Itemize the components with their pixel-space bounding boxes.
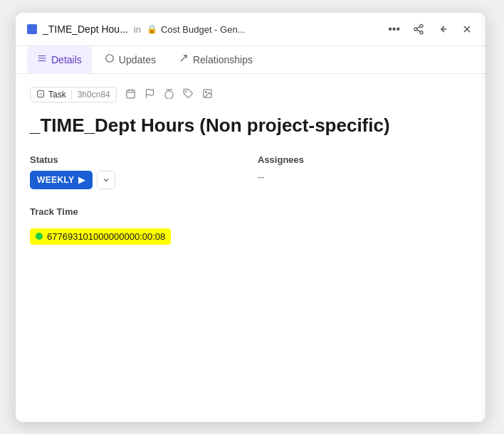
- panel-content: Task 3h0cn84: [16, 74, 485, 422]
- panel-title: _TIME_Dept Hou...: [43, 23, 128, 35]
- collapse-button[interactable]: [436, 22, 450, 36]
- lock-icon: 🔒: [147, 24, 157, 34]
- svg-point-21: [205, 91, 206, 92]
- svg-line-4: [417, 26, 421, 28]
- svg-point-11: [106, 55, 114, 63]
- svg-point-19: [185, 91, 186, 92]
- track-time-active-dot: [36, 233, 43, 240]
- svg-line-3: [417, 30, 421, 32]
- task-checkbox-icon: [36, 90, 45, 100]
- assignees-field-label: Assignees: [258, 154, 471, 165]
- svg-point-0: [420, 24, 423, 27]
- tabs-row: Details Updates Relationships: [16, 46, 485, 74]
- status-arrow-icon: ▶: [78, 175, 85, 185]
- status-field: Status WEEKLY ▶: [30, 154, 243, 189]
- header-actions: •••: [387, 21, 474, 37]
- timer-icon[interactable]: [164, 88, 174, 101]
- panel-container: _TIME_Dept Hou... in 🔒 Cost Budget - Gen…: [16, 13, 485, 422]
- flag-icon[interactable]: [145, 88, 155, 101]
- svg-point-2: [420, 31, 423, 34]
- task-type-badge: Task 3h0cn84: [30, 87, 117, 102]
- in-label: in: [134, 24, 141, 35]
- status-button[interactable]: WEEKLY ▶: [30, 171, 93, 189]
- tab-updates[interactable]: Updates: [95, 46, 166, 74]
- svg-rect-14: [127, 90, 135, 98]
- svg-line-12: [181, 55, 187, 61]
- more-options-button[interactable]: •••: [387, 21, 401, 37]
- close-button[interactable]: [460, 22, 474, 36]
- task-title: _TIME_Dept Hours (Non project-specific): [30, 114, 471, 137]
- calendar-icon[interactable]: [125, 88, 136, 101]
- svg-point-1: [414, 28, 417, 31]
- task-id: 3h0cn84: [71, 90, 110, 100]
- tab-details-label: Details: [51, 54, 82, 65]
- relationships-icon: [179, 53, 189, 65]
- task-meta-row: Task 3h0cn84: [30, 87, 471, 102]
- breadcrumb-text: Cost Budget - Gen...: [161, 24, 246, 35]
- tab-relationships[interactable]: Relationships: [169, 46, 263, 74]
- image-icon[interactable]: [202, 88, 213, 101]
- panel-header: _TIME_Dept Hou... in 🔒 Cost Budget - Gen…: [16, 13, 485, 46]
- track-time-value-display[interactable]: 677693101000000000:00:08: [30, 228, 171, 245]
- assignees-field: Assignees –: [258, 154, 471, 189]
- status-field-label: Status: [30, 154, 243, 165]
- status-expand-button[interactable]: [97, 171, 115, 189]
- task-type-label: Task: [48, 90, 66, 100]
- fields-grid: Status WEEKLY ▶ Assignees –: [30, 154, 471, 189]
- assignees-value: –: [258, 171, 471, 184]
- status-label: WEEKLY: [37, 175, 74, 185]
- task-color-icon: [27, 24, 37, 34]
- track-time-text: 677693101000000000:00:08: [47, 231, 165, 242]
- tag-icon[interactable]: [183, 88, 194, 101]
- share-button[interactable]: [411, 22, 426, 36]
- track-time-section: Track Time 677693101000000000:00:08: [30, 206, 471, 245]
- right-edge-decoration: [480, 13, 485, 422]
- updates-icon: [105, 53, 115, 65]
- tab-updates-label: Updates: [119, 54, 156, 65]
- breadcrumb: 🔒 Cost Budget - Gen...: [147, 24, 246, 35]
- tab-details[interactable]: Details: [27, 46, 92, 74]
- details-icon: [37, 53, 47, 65]
- track-time-label: Track Time: [30, 206, 471, 217]
- meta-icons: [125, 88, 213, 101]
- tab-relationships-label: Relationships: [193, 54, 253, 65]
